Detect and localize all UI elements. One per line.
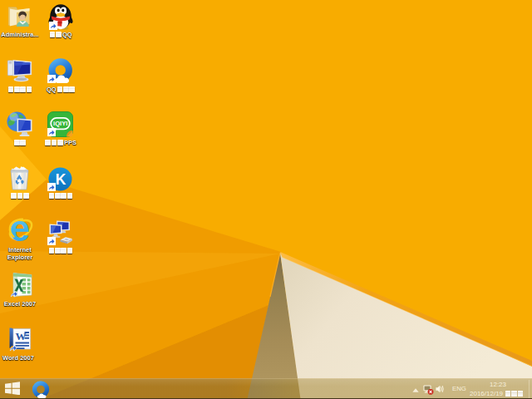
svg-text:K: K: [56, 171, 66, 188]
svg-text:iQIYI: iQIYI: [53, 120, 67, 127]
